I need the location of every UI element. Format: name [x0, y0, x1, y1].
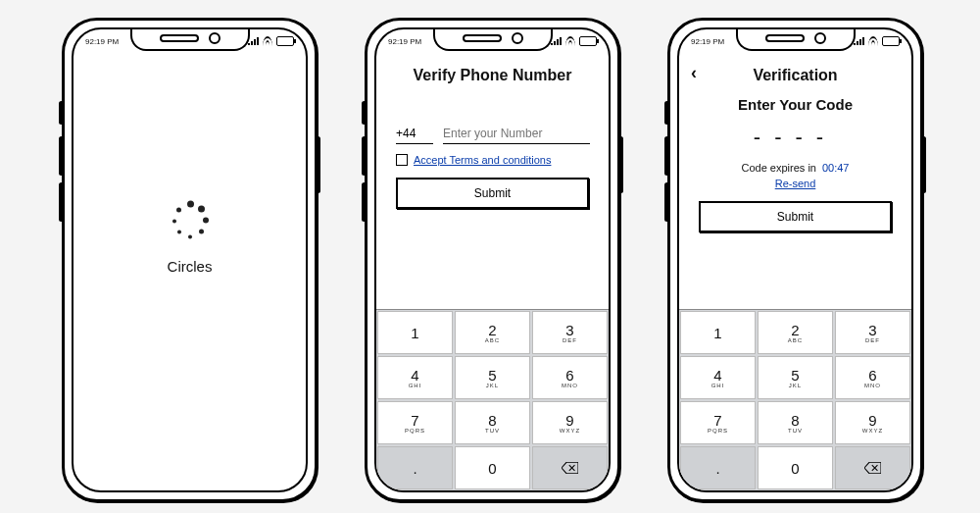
backspace-icon [562, 462, 578, 474]
key-7[interactable]: 7PQRS [680, 401, 756, 444]
key-4[interactable]: 4GHI [377, 356, 453, 399]
loading-spinner-icon [169, 200, 212, 243]
key-dot[interactable]: . [377, 446, 453, 489]
phone-frame-splash: 92:19 PM [62, 18, 318, 502]
key-backspace[interactable] [835, 446, 910, 489]
back-button[interactable]: ‹ [691, 63, 697, 83]
signal-icon [248, 37, 259, 45]
status-time: 92:19 PM [388, 37, 421, 46]
numeric-keypad: 1 2ABC 3DEF 4GHI 5JKL 6MNO 7PQRS 8TUV 9W… [376, 309, 609, 490]
signal-icon [854, 37, 864, 45]
key-0[interactable]: 0 [758, 446, 833, 489]
key-9[interactable]: 9WXYZ [532, 401, 608, 444]
page-title: Verify Phone Number [376, 67, 609, 84]
key-1[interactable]: 1 [377, 311, 453, 354]
status-time: 92:19 PM [691, 37, 724, 46]
submit-button[interactable]: Submit [699, 201, 892, 232]
code-input-dashes[interactable]: ---- [679, 125, 911, 150]
code-subtitle: Enter Your Code [679, 96, 911, 113]
wifi-icon [263, 36, 272, 46]
resend-link[interactable]: Re-send [775, 178, 816, 189]
key-5[interactable]: 5JKL [455, 356, 530, 399]
key-1[interactable]: 1 [680, 311, 756, 354]
key-5[interactable]: 5JKL [758, 356, 833, 399]
page-title: Verification [679, 67, 911, 84]
key-2[interactable]: 2ABC [455, 311, 530, 354]
key-4[interactable]: 4GHI [680, 356, 756, 399]
battery-icon [579, 36, 597, 46]
phone-frame-verify: 92:19 PM Verify Phone Number Accep [365, 18, 620, 502]
country-code-input[interactable] [396, 124, 433, 144]
submit-button[interactable]: Submit [396, 178, 589, 209]
key-0[interactable]: 0 [455, 446, 530, 489]
key-9[interactable]: 9WXYZ [835, 401, 910, 444]
wifi-icon [868, 36, 878, 46]
numeric-keypad: 1 2ABC 3DEF 4GHI 5JKL 6MNO 7PQRS 8TUV 9W… [679, 309, 911, 490]
terms-link[interactable]: Accept Terms and conditions [414, 154, 551, 166]
key-8[interactable]: 8TUV [455, 401, 530, 444]
key-dot[interactable]: . [680, 446, 756, 489]
phone-frame-code: 92:19 PM ‹ Verification Enter Your Code … [667, 18, 923, 502]
phone-number-input[interactable] [443, 124, 590, 144]
wifi-icon [565, 36, 575, 46]
key-6[interactable]: 6MNO [835, 356, 910, 399]
key-3[interactable]: 3DEF [835, 311, 910, 354]
key-6[interactable]: 6MNO [532, 356, 608, 399]
key-3[interactable]: 3DEF [532, 311, 608, 354]
battery-icon [276, 36, 294, 46]
expire-label: Code expires in00:47 [679, 162, 911, 174]
battery-icon [882, 36, 900, 46]
backspace-icon [864, 462, 881, 474]
key-7[interactable]: 7PQRS [377, 401, 453, 444]
key-2[interactable]: 2ABC [758, 311, 833, 354]
app-name-label: Circles [74, 257, 306, 274]
signal-icon [551, 37, 562, 45]
key-backspace[interactable] [532, 446, 608, 489]
key-8[interactable]: 8TUV [758, 401, 833, 444]
terms-checkbox[interactable] [396, 154, 408, 166]
status-time: 92:19 PM [85, 37, 119, 46]
